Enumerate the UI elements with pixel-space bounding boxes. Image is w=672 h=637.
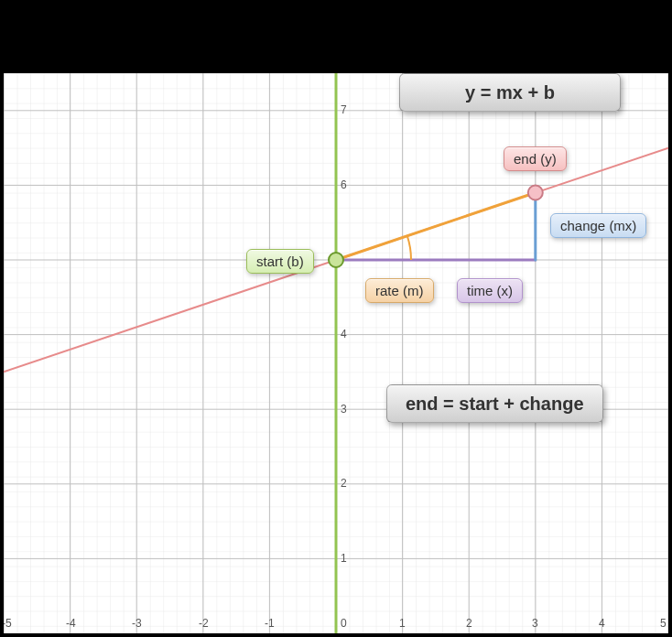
y-tick: 1 [341, 552, 347, 565]
chart-panel: -5 -4 -3 -2 -1 0 1 2 3 4 5 1 2 3 4 6 7 y… [4, 73, 668, 633]
x-tick: -4 [66, 617, 76, 630]
summary-box: end = start + change [386, 384, 603, 423]
x-tick: 3 [532, 617, 538, 630]
change-label: change (mx) [550, 213, 646, 238]
rate-label: rate (m) [365, 278, 434, 303]
end-label: end (y) [504, 146, 567, 171]
x-tick: 5 [660, 617, 667, 630]
y-tick: 6 [341, 178, 347, 191]
x-tick: 1 [399, 617, 406, 630]
time-label: time (x) [457, 278, 523, 303]
x-tick: 4 [599, 617, 605, 630]
chart-svg [4, 73, 668, 633]
x-tick: -5 [4, 617, 12, 630]
start-label: start (b) [246, 249, 314, 274]
x-tick: 2 [466, 617, 472, 630]
y-tick: 7 [341, 103, 347, 116]
y-tick: 2 [341, 477, 347, 490]
equation-box: y = mx + b [399, 73, 621, 112]
y-tick: 3 [341, 403, 347, 416]
end-point [528, 186, 543, 200]
stage: -5 -4 -3 -2 -1 0 1 2 3 4 5 1 2 3 4 6 7 y… [0, 0, 672, 637]
start-point [329, 253, 343, 267]
x-tick: -3 [132, 617, 142, 630]
y-tick: 4 [341, 328, 347, 340]
x-tick: -1 [265, 617, 275, 630]
x-tick: -2 [199, 617, 209, 630]
x-tick: 0 [341, 617, 347, 630]
